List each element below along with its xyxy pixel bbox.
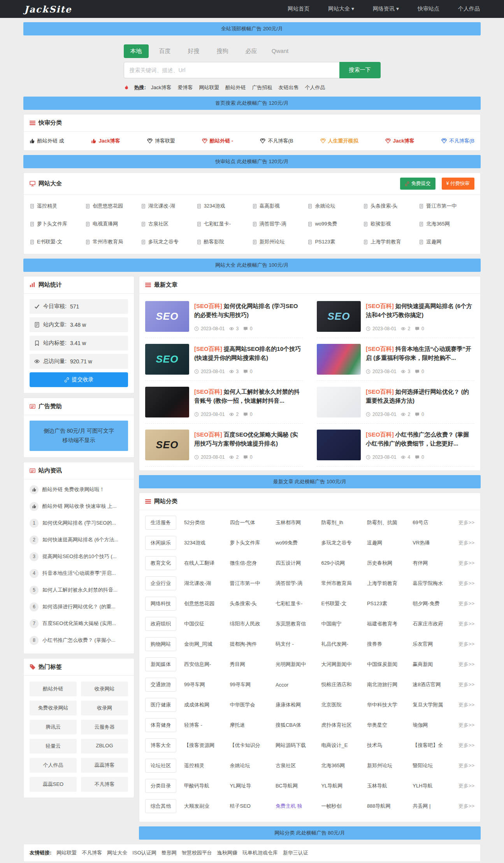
site-link[interactable]: 萝卜头文件库 [30,220,85,227]
category-site-link[interactable]: 甲酸钙导航 [184,782,230,789]
friend-link[interactable]: 新华三认证 [283,849,308,856]
category-site-link[interactable]: 南北游旅行网 [367,681,413,688]
more-link[interactable]: 更多>> [458,722,474,729]
article-title[interactable]: [SEO百科]如何选择进行网站优化？ (的重要性及选择方法) [366,387,474,405]
category-site-link[interactable]: 悦榕庄酒店和 [321,681,367,688]
article-thumbnail[interactable]: SEO [145,430,189,460]
category-badge[interactable]: 购物网站 [145,637,176,651]
category-badge[interactable]: 论坛社区 [145,759,176,773]
hot-search-link[interactable]: 酷站外链 [226,84,246,91]
site-link[interactable]: 多玩龙之谷专 [141,238,197,245]
category-site-link[interactable]: YL网址导 [230,782,275,789]
search-tab[interactable]: 百度 [153,44,177,58]
site-link[interactable]: 创意悠悠花园 [85,203,141,210]
category-site-link[interactable]: 中国煤炭新闻 [367,661,413,668]
quick-category-item[interactable]: 不凡博客(B [441,137,474,144]
category-site-link[interactable]: 提都掏-掏件 [230,641,275,648]
category-badge[interactable]: 体育健身 [145,718,176,732]
category-site-link[interactable]: 629小说网 [321,560,367,567]
category-site-link[interactable]: 轻博客 - [184,722,230,729]
category-site-link[interactable]: 在线人工翻译 [184,560,230,567]
search-tab[interactable]: 本地 [124,44,149,58]
friend-link[interactable]: 逸秋网赚 [217,849,237,856]
more-link[interactable]: 更多>> [458,539,474,546]
category-badge[interactable]: 医疗健康 [145,698,176,712]
news-item[interactable]: 2 如何快速提高网站排名 (6个方法... [30,532,128,548]
site-link[interactable]: 常州市教育局 [85,238,141,245]
paid-review-button[interactable]: ¥ 付费快审 [442,178,474,190]
category-site-link[interactable]: VR热播 [413,539,458,546]
category-site-link[interactable]: 桔子SEO [230,803,275,810]
nav-item[interactable]: 快审站点 [418,5,439,12]
category-site-link[interactable]: 【搜客吧】全 [413,742,458,749]
category-site-link[interactable]: 秀目网 [230,661,275,668]
site-link[interactable]: 酷客影院 [197,238,252,245]
tag-item[interactable]: 不凡博客 [81,777,128,792]
category-site-link[interactable]: 多玩龙之谷专 [321,539,367,546]
more-link[interactable]: 更多>> [458,580,474,587]
article-title[interactable]: [SEO百科]抖音本地生活“心动观赛季”开启 (多重福利等你来，限时抢购不... [366,344,474,363]
site-link[interactable]: 古泉社区 [141,220,197,227]
hot-search-link[interactable]: 个人作品 [305,84,325,91]
category-site-link[interactable]: 69号店 [413,519,458,526]
category-badge[interactable]: 教育文化 [145,556,176,570]
more-link[interactable]: 更多>> [458,560,474,567]
category-site-link[interactable]: 光明网新闻中 [276,661,321,668]
category-site-link[interactable]: 一帧秒创 [321,803,367,810]
article-title[interactable]: [SEO百科]百度SEO优化策略大揭秘 (实用技巧与方案帮你快速提升排名) [194,430,303,448]
quick-category-item[interactable]: Jack博客 [91,137,120,144]
category-site-link[interactable]: 技术鸟 [367,742,413,749]
article-title[interactable]: [SEO百科]小红书推广怎么收费？ (掌握小红书推广的收费细节，让您更好... [366,430,474,448]
quick-category-item[interactable]: 酷站外链 - [202,137,233,144]
category-site-link[interactable]: 头条搜索-头 [230,600,275,607]
article-thumbnail[interactable] [317,430,361,460]
category-site-link[interactable]: 西安信息网- [184,661,230,668]
category-site-link[interactable]: 四五设计网 [276,560,321,567]
site-link[interactable]: 北海365网 [419,220,474,227]
site-link[interactable]: 欧骏影视 [363,220,419,227]
more-link[interactable]: 更多>> [458,600,474,607]
site-link[interactable]: E书联盟-文 [30,238,85,245]
news-pinned-item[interactable]: 酷站外链 免费收录网站啦！ [30,481,128,498]
category-site-link[interactable]: 复旦大学附属 [413,701,458,708]
category-site-link[interactable]: 中国南宁 [321,620,367,627]
category-site-link[interactable]: 逗趣网 [367,539,413,546]
news-pinned-item[interactable]: 酷站外链 网站收录 快速审核 上... [30,498,128,515]
hot-search-link[interactable]: 爱博客 [178,84,193,91]
search-tab[interactable]: 必应 [239,44,264,58]
category-site-link[interactable]: 有伴网 [413,560,458,567]
more-link[interactable]: 更多>> [458,742,474,749]
category-site-link[interactable]: 888导航网 [367,803,413,810]
category-site-link[interactable]: 3234游戏 [184,539,230,546]
news-item[interactable]: 4 抖音本地生活“心动观赛季”开启... [30,565,128,582]
tag-item[interactable]: 轻量云 [30,739,77,754]
quick-category-item[interactable]: 博客联盟 [147,137,175,144]
nav-item[interactable]: 网站首页 [288,5,309,12]
more-link[interactable]: 更多>> [458,762,474,769]
hot-search-link[interactable]: 广告招租 [252,84,272,91]
category-badge[interactable]: 生活服务 [145,516,176,530]
site-link[interactable]: 湖北课改-湖 [141,203,197,210]
friend-link[interactable]: 网址大全 [107,849,127,856]
hot-search-link[interactable]: Jack博客 [151,84,172,91]
friend-link[interactable]: 网站联盟 [56,849,77,856]
article-thumbnail[interactable] [317,344,361,375]
tag-item[interactable]: 酷站外链 [30,682,77,696]
site-link[interactable]: 头条搜索-头 [363,203,419,210]
category-site-link[interactable]: 华奥星空 [367,722,413,729]
category-site-link[interactable]: 免费主机 独 [276,803,321,810]
submit-site-button[interactable]: 提交收录 [30,372,128,387]
category-site-link[interactable]: 摩托迷 [230,722,275,729]
category-site-link[interactable]: 搜券券 [367,641,413,648]
site-logo[interactable]: JackSite [24,4,72,14]
site-link[interactable]: 嘉高影视 [252,203,308,210]
category-site-link[interactable]: 共丢网 | [413,803,458,810]
category-site-link[interactable]: 金街网_同城 [184,641,230,648]
article-thumbnail[interactable] [145,387,189,417]
category-site-link[interactable]: 新郑州论坛 [367,762,413,769]
news-item[interactable]: 8 小红书推广怎么收费？ (掌握小... [30,632,128,649]
site-link[interactable]: 余姚论坛 [307,203,363,210]
news-item[interactable]: 7 百度SEO优化策略大揭秘 (实用... [30,615,128,632]
friend-link[interactable]: 整形网 [162,849,177,856]
category-site-link[interactable]: 华中科技大学 [367,701,413,708]
